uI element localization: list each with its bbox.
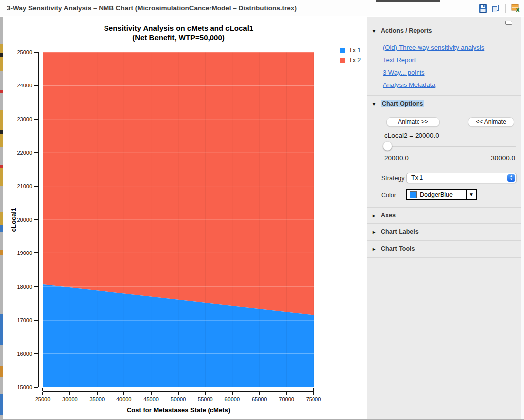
ytick-label: 20000 <box>8 217 32 223</box>
clocal2-slider-track[interactable] <box>383 146 516 147</box>
ytick <box>34 186 38 187</box>
xtick <box>69 392 70 395</box>
ytick <box>34 219 38 220</box>
legend-item-tx1: Tx 1 <box>340 45 361 55</box>
stepper-arrows-icon: ▲▼ <box>507 174 515 182</box>
xtick <box>151 392 152 395</box>
strategy-label: Strategy <box>381 175 405 182</box>
ytick-label: 24000 <box>8 83 32 88</box>
xtick-label: 25000 <box>28 396 58 402</box>
xtick <box>232 392 233 395</box>
save-icon[interactable] <box>479 4 487 13</box>
color-swatch <box>410 191 417 198</box>
chevron-right-icon: ▸ <box>373 213 375 218</box>
legend-swatch-tx1 <box>340 48 345 53</box>
ytick <box>34 286 38 287</box>
xtick <box>97 392 98 395</box>
xtick <box>286 392 287 395</box>
xtick <box>42 388 43 391</box>
y-axis-line <box>38 52 39 387</box>
chart-title-line2: (Net Benefit, WTP=50,000) <box>3 33 354 42</box>
ytick-label: 15000 <box>8 384 32 390</box>
color-label: Color <box>381 192 396 199</box>
xtick-label: 75000 <box>299 396 328 402</box>
xtick <box>42 392 43 395</box>
strategy-value: Tx 1 <box>411 174 423 181</box>
ytick <box>34 387 38 388</box>
color-select[interactable]: DodgerBlue ▼ <box>406 189 477 200</box>
section-header-chart-options[interactable]: ▾ Chart Options <box>373 100 424 107</box>
xtick <box>259 392 260 395</box>
chevron-right-icon: ▸ <box>373 229 375 235</box>
ytick-label: 17000 <box>8 317 32 323</box>
chevron-right-icon: ▸ <box>373 246 375 252</box>
tab-divider <box>440 0 440 3</box>
panel-scrollbar-track[interactable] <box>521 17 524 419</box>
collapse-panel-icon[interactable] <box>505 21 512 25</box>
window-title: 3-Way Sensitivity Analysis – NMB Chart (… <box>7 0 297 16</box>
xtick-label: 30000 <box>55 396 85 402</box>
slider-caption: cLocal2 = 20000.0 <box>384 132 439 139</box>
legend-swatch-tx2 <box>340 58 345 63</box>
ytick-label: 16000 <box>8 351 32 357</box>
strategy-select[interactable]: Tx 1 ▲▼ <box>406 173 517 183</box>
chart-title-line1: Sensitivity Analysis on cMets and cLocal… <box>3 23 354 33</box>
ytick <box>34 85 38 86</box>
section-header-chart-tools[interactable]: ▸ Chart Tools <box>373 245 415 252</box>
section-divider <box>367 240 521 241</box>
plot-area[interactable] <box>43 52 314 387</box>
animate-forward-button[interactable]: Animate >> <box>386 117 440 127</box>
ytick <box>34 353 38 354</box>
report-icon[interactable] <box>491 4 500 13</box>
section-header-axes[interactable]: ▸ Axes <box>373 212 396 219</box>
xtick-label: 70000 <box>272 396 302 402</box>
legend-item-tx2: Tx 2 <box>340 55 361 65</box>
xtick-label: 35000 <box>82 396 112 402</box>
xtick <box>178 392 179 395</box>
section-header-chart-labels[interactable]: ▸ Chart Labels <box>373 228 419 235</box>
ytick-label: 22000 <box>8 150 32 156</box>
chart-region: Sensitivity Analysis on cMets and cLocal… <box>3 17 367 419</box>
ytick-label: 21000 <box>8 183 32 189</box>
clocal2-slider-thumb[interactable] <box>383 141 392 151</box>
svg-text:X: X <box>516 7 520 13</box>
xtick <box>313 388 314 391</box>
ytick <box>34 320 38 321</box>
section-divider <box>367 207 521 208</box>
x-axis-title: Cost for Metastases State (cMets) <box>3 406 354 414</box>
ytick-label: 25000 <box>8 49 32 55</box>
active-tab-top-edge <box>376 0 440 2</box>
legend-label-tx2: Tx 2 <box>349 57 361 64</box>
link-text-report[interactable]: Text Report <box>383 56 416 64</box>
section-divider <box>367 223 521 224</box>
toolbar-separator <box>505 4 506 13</box>
xtick-label: 55000 <box>190 396 220 402</box>
chart-title: Sensitivity Analysis on cMets and cLocal… <box>3 23 354 42</box>
sensitivity-area-chart <box>43 52 314 387</box>
xtick-label: 40000 <box>109 396 139 402</box>
settings-panel: ▾ Actions / Reports (Old) Three-way sens… <box>367 17 521 419</box>
chart-legend: Tx 1 Tx 2 <box>340 45 361 65</box>
xtick-label: 50000 <box>163 396 193 402</box>
section-header-actions-reports[interactable]: ▾ Actions / Reports <box>373 27 432 34</box>
xtick-label: 45000 <box>136 396 166 402</box>
window-titlebar: 3-Way Sensitivity Analysis – NMB Chart (… <box>0 0 524 16</box>
ytick-label: 18000 <box>8 284 32 290</box>
animate-back-button[interactable]: << Animate <box>468 117 514 127</box>
color-value: DodgerBlue <box>420 191 466 198</box>
chevron-down-icon: ▾ <box>373 28 375 34</box>
section-divider <box>367 257 521 258</box>
slider-min-label: 20000.0 <box>384 154 409 162</box>
titlebar-toolbar: X <box>479 4 521 13</box>
link-3-way-points[interactable]: 3 Way... points <box>383 69 425 76</box>
xtick <box>123 392 124 395</box>
link-analysis-metadata[interactable]: Analysis Metadata <box>383 81 435 88</box>
ytick-label: 19000 <box>8 250 32 256</box>
export-excel-icon[interactable]: X <box>511 4 521 13</box>
xtick <box>205 392 206 395</box>
ytick-label: 23000 <box>8 116 32 122</box>
background-window-sliver <box>0 17 3 420</box>
tab-divider <box>376 0 376 3</box>
xtick-label: 60000 <box>217 396 247 402</box>
link-old-three-way[interactable]: (Old) Three-way sensitivity analysis <box>383 44 484 51</box>
